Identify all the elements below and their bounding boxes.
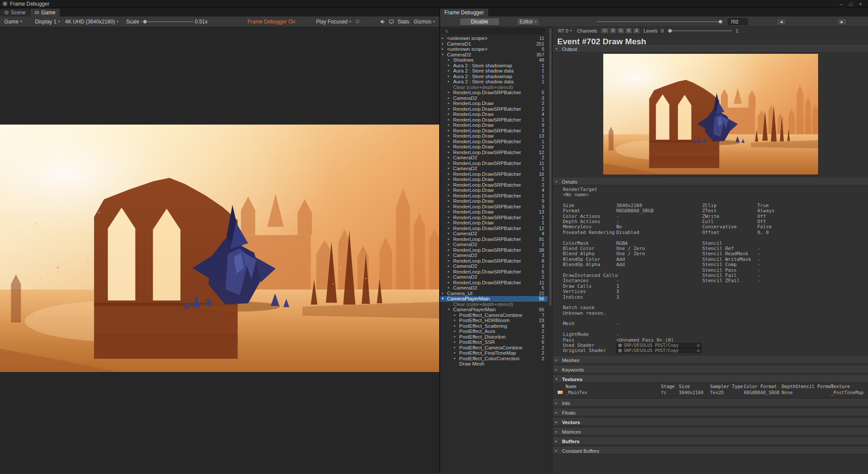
mute-audio-icon[interactable] [378, 18, 387, 25]
tree-row[interactable]: Clear (color+depth+stencil) [440, 302, 548, 307]
expand-icon[interactable]: ▸ [454, 334, 459, 340]
expand-icon[interactable]: ▸ [448, 144, 453, 150]
expand-icon[interactable]: ▸ [448, 285, 453, 291]
expand-icon[interactable]: ▸ [448, 226, 453, 231]
expand-icon[interactable]: ▸ [448, 188, 453, 193]
expand-icon[interactable]: ▸ [448, 280, 453, 286]
tree-scrollbar[interactable] [548, 27, 553, 474]
expand-icon[interactable]: ▸ [448, 204, 453, 210]
tree-row[interactable]: ▸Aura 2 : Store shadowmap1 [440, 74, 548, 79]
expand-icon[interactable]: ▸ [448, 133, 453, 139]
collapse-icon[interactable]: ▾ [448, 307, 453, 313]
expand-icon[interactable]: ▸ [448, 79, 453, 85]
channel-all-button[interactable]: All [601, 28, 609, 34]
tree-row[interactable]: ▸RenderLoop.Draw13 [440, 133, 548, 139]
channel-r-button[interactable]: R [609, 28, 617, 34]
tree-row[interactable]: Draw Mesh [440, 361, 548, 367]
expand-icon[interactable]: ▸ [448, 247, 453, 253]
tree-row[interactable]: ▸RenderLoop.DrawSRPBatcher38 [440, 247, 548, 253]
section-details[interactable]: ▾ Details [553, 178, 868, 185]
tree-row[interactable]: ▸RenderLoop.Draw9 [440, 122, 548, 128]
expand-icon[interactable]: ▸ [448, 209, 453, 215]
expand-icon[interactable]: ▸ [448, 274, 453, 280]
expand-icon[interactable]: ▸ [448, 95, 453, 101]
search-input[interactable] [442, 28, 546, 34]
tree-row[interactable]: ▸Camera_UI22 [440, 291, 548, 296]
expand-icon[interactable]: ▸ [448, 177, 453, 182]
expand-icon[interactable]: ▸ [448, 63, 453, 69]
scrollbar-thumb[interactable] [549, 28, 552, 306]
tree-row[interactable]: ▾CameraD2357 [440, 52, 548, 58]
tree-row[interactable]: ▸RenderLoop.DrawSRPBatcher11 [440, 280, 548, 286]
shader-reference[interactable]: SRP/DESOLUS_POST/Copy⊙ [616, 348, 702, 353]
tree-row[interactable]: ▸RenderLoop.Draw4 [440, 188, 548, 193]
section-matrices[interactable]: ▸ Matrices [553, 428, 868, 435]
expand-icon[interactable]: ▸ [442, 46, 447, 52]
minimize-icon[interactable]: – [840, 1, 842, 7]
expand-icon[interactable]: ▸ [448, 106, 453, 112]
expand-icon[interactable]: ▸ [448, 68, 453, 74]
monitor-icon[interactable] [387, 18, 396, 25]
expand-icon[interactable]: ▸ [448, 90, 453, 95]
expand-icon[interactable]: ▸ [448, 269, 453, 275]
tree-row[interactable]: ▸RenderLoop.DrawSRPBatcher3 [440, 204, 548, 210]
tree-row[interactable]: ▸PostEffect_Aura2 [440, 329, 548, 334]
expand-icon[interactable]: ▸ [448, 182, 453, 188]
tree-row[interactable]: ▸RenderLoop.DrawSRPBatcher2 [440, 182, 548, 188]
expand-icon[interactable]: ▸ [448, 263, 453, 269]
expand-icon[interactable]: ▸ [448, 193, 453, 199]
tree-row[interactable]: ▸CameraD21 [440, 263, 548, 269]
maximize-icon[interactable]: □ [849, 1, 852, 7]
tree-row[interactable]: ▸PostEffect_HDRBloom23 [440, 318, 548, 323]
expand-icon[interactable]: ▸ [442, 36, 447, 41]
expand-icon[interactable]: ▸ [448, 161, 453, 166]
tree-row[interactable]: ▸Shadows49 [440, 57, 548, 63]
tree-row[interactable]: ▸PostEffect_FinalToneMap2 [440, 350, 548, 356]
channel-a-button[interactable]: A [633, 28, 640, 34]
expand-icon[interactable]: ▸ [442, 41, 447, 47]
tree-row[interactable]: ▸RenderLoop.DrawSRPBatcher12 [440, 150, 548, 155]
render-target-dropdown[interactable]: RT 0 ▾ [556, 28, 573, 34]
tree-row[interactable]: ▸RenderLoop.DrawSRPBatcher91 [440, 237, 548, 242]
levels-slider[interactable] [667, 28, 732, 34]
tree-row[interactable]: ▸RenderLoop.DrawSRPBatcher5 [440, 269, 548, 275]
tree-row[interactable]: ▸RenderLoop.DrawSRPBatcher5 [440, 90, 548, 95]
expand-icon[interactable]: ▸ [454, 313, 459, 318]
tree-row[interactable]: ▸RenderLoop.Draw1 [440, 144, 548, 150]
expand-icon[interactable]: ▸ [454, 323, 459, 329]
texture-cell[interactable]: _MainTex [566, 390, 588, 395]
previous-event-button[interactable]: ◀ [776, 18, 786, 25]
tree-row[interactable]: ▸RenderLoop.DrawSRPBatcher16 [440, 171, 548, 177]
expand-icon[interactable]: ▸ [448, 171, 453, 177]
tree-row[interactable]: ▸CameraD23 [440, 95, 548, 101]
section-vectors[interactable]: ▸ Vectors [553, 418, 868, 426]
target-selector-dropdown[interactable]: Editor ▾ [516, 18, 539, 26]
tree-row[interactable]: ▸RenderLoop.DrawSRPBatcher2 [440, 106, 548, 112]
ping-icon[interactable]: ⊙ [697, 348, 700, 353]
expand-icon[interactable]: ▸ [448, 237, 453, 242]
section-keywords[interactable]: ▸ Keywords [553, 366, 868, 373]
tree-row[interactable]: ▸<unknown scope>5 [440, 46, 548, 52]
next-event-button[interactable]: ▶ [837, 18, 847, 25]
expand-icon[interactable]: ▸ [448, 231, 453, 237]
expand-icon[interactable]: ▸ [448, 128, 453, 134]
tab-scene[interactable]: Scene [0, 9, 30, 16]
expand-icon[interactable]: ▸ [448, 117, 453, 123]
scale-slider[interactable] [141, 19, 193, 25]
expand-icon[interactable]: ▸ [454, 345, 459, 351]
tree-row[interactable]: ▸Aura 2 : Store shadow data1 [440, 79, 548, 85]
expand-icon[interactable]: ▸ [448, 220, 453, 226]
tree-row[interactable]: ▸CameraD24 [440, 231, 548, 237]
channel-g-button[interactable]: G [617, 28, 625, 34]
channel-b-button[interactable]: B [625, 28, 632, 34]
tree-row[interactable]: ▸PostEffect_CameraCombine7 [440, 313, 548, 318]
tree-row[interactable]: ▸RenderLoop.DrawSRPBatcher3 [440, 128, 548, 134]
tree-row[interactable]: ▸CameraD22 [440, 155, 548, 161]
expand-icon[interactable]: ▸ [448, 258, 453, 264]
tree-row[interactable]: ▸RenderLoop.Draw2 [440, 101, 548, 106]
section-meshes[interactable]: ▸ Meshes [553, 356, 868, 364]
tree-row[interactable]: ▸RenderLoop.Draw2 [440, 177, 548, 182]
tree-row[interactable]: ▸RenderLoop.DrawSRPBatcher1 [440, 139, 548, 145]
tree-row[interactable]: ▾CameraPlayerMain55 [440, 307, 548, 313]
texture-thumbnail[interactable] [557, 390, 563, 395]
